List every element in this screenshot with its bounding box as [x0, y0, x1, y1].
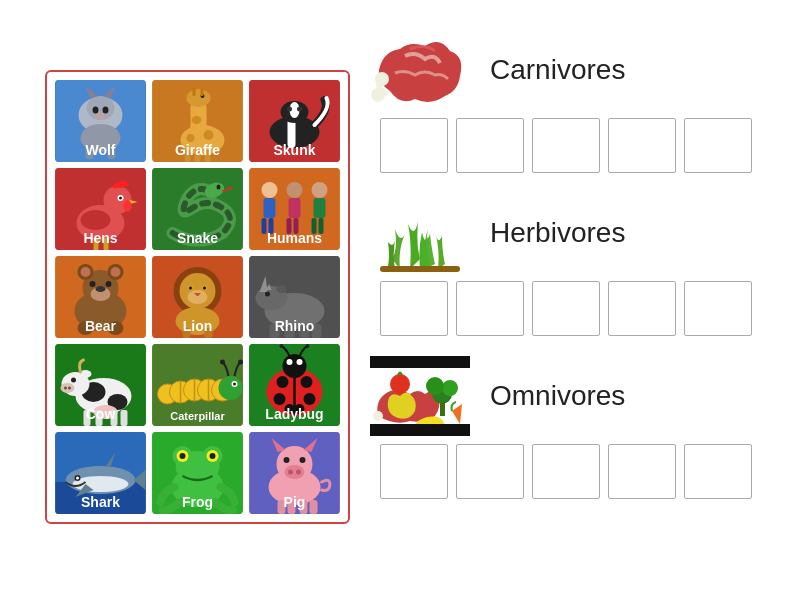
animal-card-ladybug[interactable]: Ladybug [249, 344, 340, 426]
svg-point-174 [426, 377, 444, 395]
animal-card-caterpillar[interactable]: Caterpillar [152, 344, 243, 426]
omnivores-section: Omnivores [370, 356, 790, 499]
herbivores-drop-5[interactable] [684, 281, 752, 336]
svg-point-161 [296, 470, 301, 475]
svg-point-131 [283, 354, 307, 378]
animal-card-shark[interactable]: Shark [55, 432, 146, 514]
animal-panel: Wolf Giraffe [45, 70, 350, 524]
carnivores-header: Carnivores [370, 30, 790, 110]
carnivores-title: Carnivores [490, 54, 625, 86]
svg-point-37 [124, 200, 132, 212]
carnivores-drop-5[interactable] [684, 118, 752, 173]
omnivores-drop-2[interactable] [456, 444, 524, 499]
ladybug-label: Ladybug [249, 404, 340, 426]
hens-label: Hens [55, 228, 146, 250]
svg-point-97 [61, 383, 75, 393]
animal-card-snake[interactable]: Snake [152, 168, 243, 250]
svg-point-177 [390, 374, 410, 394]
carnivores-drop-area [380, 118, 790, 173]
svg-rect-54 [314, 198, 326, 218]
animal-card-rhino[interactable]: Rhino [249, 256, 340, 338]
carnivores-drop-1[interactable] [380, 118, 448, 173]
herbivores-image [370, 193, 470, 273]
svg-point-66 [90, 281, 96, 287]
animal-card-skunk[interactable]: Skunk [249, 80, 340, 162]
svg-rect-46 [264, 198, 276, 218]
herbivores-drop-3[interactable] [532, 281, 600, 336]
svg-point-77 [203, 287, 206, 290]
svg-point-117 [219, 376, 243, 400]
animal-card-frog[interactable]: Frog [152, 432, 243, 514]
giraffe-label: Giraffe [152, 140, 243, 162]
rhino-label: Rhino [249, 316, 340, 338]
carnivores-drop-3[interactable] [532, 118, 600, 173]
svg-point-65 [96, 286, 106, 292]
frog-label: Frog [152, 492, 243, 514]
svg-point-162 [284, 457, 290, 463]
svg-point-30 [297, 107, 302, 112]
svg-point-134 [280, 344, 284, 348]
svg-point-173 [442, 380, 458, 396]
carnivores-drop-2[interactable] [456, 118, 524, 173]
svg-rect-170 [380, 266, 460, 272]
carnivores-image [370, 30, 470, 110]
omnivores-drop-4[interactable] [608, 444, 676, 499]
svg-point-98 [64, 387, 67, 390]
svg-point-16 [204, 130, 214, 140]
herbivores-section: Herbivores [370, 193, 790, 336]
svg-point-75 [189, 287, 192, 290]
right-panel: Carnivores [370, 30, 790, 519]
omnivores-image [370, 356, 470, 436]
svg-point-125 [277, 376, 289, 388]
svg-point-163 [300, 457, 306, 463]
herbivores-drop-4[interactable] [608, 281, 676, 336]
omnivores-title: Omnivores [490, 380, 625, 412]
omnivores-drop-3[interactable] [532, 444, 600, 499]
svg-point-99 [68, 387, 71, 390]
cow-label: Cow [55, 404, 146, 426]
svg-point-120 [220, 360, 225, 365]
svg-point-36 [119, 197, 122, 200]
animal-card-giraffe[interactable]: Giraffe [152, 80, 243, 162]
pig-label: Pig [249, 492, 340, 514]
svg-marker-176 [452, 404, 462, 424]
herbivores-drop-2[interactable] [456, 281, 524, 336]
svg-point-67 [106, 281, 112, 287]
herbivores-header: Herbivores [370, 193, 790, 273]
svg-point-53 [312, 182, 328, 198]
svg-rect-19 [193, 88, 196, 96]
carnivores-drop-4[interactable] [608, 118, 676, 173]
svg-point-132 [287, 359, 293, 365]
humans-label: Humans [249, 228, 340, 250]
bear-label: Bear [55, 316, 146, 338]
svg-point-169 [371, 88, 385, 102]
svg-point-119 [233, 383, 236, 386]
animal-card-hens[interactable]: Hens [55, 168, 146, 250]
svg-point-49 [287, 182, 303, 198]
herbivores-drop-1[interactable] [380, 281, 448, 336]
carnivores-section: Carnivores [370, 30, 790, 173]
svg-point-87 [277, 285, 287, 293]
svg-point-144 [76, 477, 79, 480]
svg-point-73 [188, 290, 208, 304]
svg-point-133 [297, 359, 303, 365]
omnivores-drop-5[interactable] [684, 444, 752, 499]
herbivores-drop-area [380, 281, 790, 336]
animal-card-pig[interactable]: Pig [249, 432, 340, 514]
animal-card-cow[interactable]: Cow [55, 344, 146, 426]
bottom-bar [370, 424, 470, 436]
herbivores-title: Herbivores [490, 217, 625, 249]
svg-point-126 [301, 376, 313, 388]
animal-card-humans[interactable]: Humans [249, 168, 340, 250]
svg-point-86 [265, 292, 270, 297]
svg-point-153 [210, 453, 216, 459]
svg-point-29 [287, 107, 292, 112]
animal-card-bear[interactable]: Bear [55, 256, 146, 338]
svg-point-63 [111, 267, 121, 277]
snake-label: Snake [152, 228, 243, 250]
svg-point-121 [238, 360, 243, 365]
omnivores-drop-1[interactable] [380, 444, 448, 499]
animal-card-wolf[interactable]: Wolf [55, 80, 146, 162]
animal-card-lion[interactable]: Lion [152, 256, 243, 338]
svg-point-6 [103, 107, 109, 114]
